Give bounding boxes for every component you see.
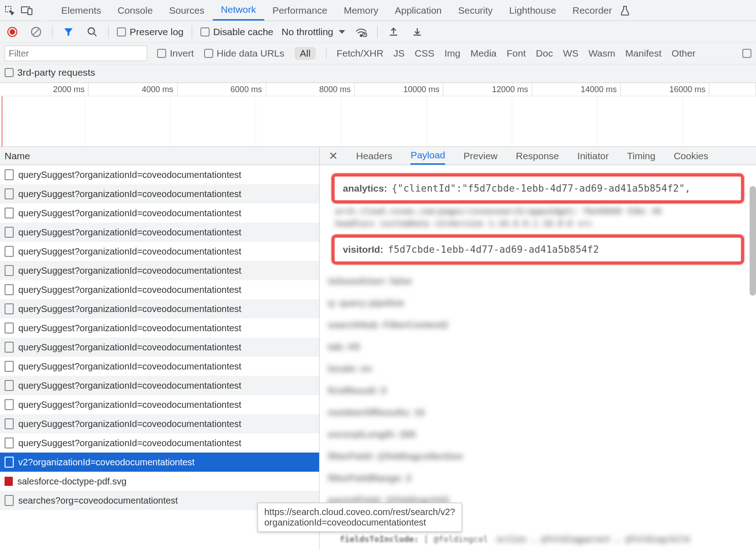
filter-toggle-icon[interactable] (61, 24, 76, 40)
panel-tab-network[interactable]: Network (213, 0, 264, 21)
document-icon (5, 266, 14, 275)
request-list: Name querySuggest?organizationId=coveodo… (0, 147, 320, 549)
request-name: salesforce-doctype-pdf.svg (17, 476, 126, 487)
request-name: querySuggest?organizationId=coveodocumen… (18, 189, 242, 199)
request-list-header[interactable]: Name (0, 147, 319, 165)
device-toggle-icon[interactable] (19, 3, 35, 18)
clear-button[interactable] (28, 24, 44, 40)
request-name: querySuggest?organizationId=coveodocumen… (18, 342, 242, 353)
request-row[interactable]: querySuggest?organizationId=coveodocumen… (0, 280, 319, 299)
document-icon (5, 208, 14, 218)
highlighted-analytics-row: analytics: {"clientId":"f5d7cbde-1ebb-4d… (331, 173, 744, 203)
filter-type-font[interactable]: Font (507, 48, 526, 59)
request-name: querySuggest?organizationId=coveodocumen… (18, 170, 242, 180)
panel-tab-application[interactable]: Application (387, 0, 450, 21)
preserve-log-label: Preserve log (130, 26, 184, 37)
request-row[interactable]: querySuggest?organizationId=coveodocumen… (0, 376, 319, 395)
analytics-key: analytics: (343, 183, 387, 194)
disable-cache-checkbox[interactable]: Disable cache (200, 26, 273, 37)
panel-tab-console[interactable]: Console (110, 0, 161, 21)
timeline-tick: 2000 ms (0, 83, 89, 96)
hide-data-urls-checkbox[interactable]: Hide data URLs (204, 48, 284, 59)
document-icon (5, 304, 14, 313)
request-row[interactable]: querySuggest?organizationId=coveodocumen… (0, 338, 319, 357)
panel-tab-recorder[interactable]: Recorder (564, 0, 620, 21)
network-conditions-icon[interactable] (353, 24, 369, 40)
export-har-icon[interactable] (410, 24, 425, 40)
chevron-down-icon (339, 30, 345, 34)
pdf-file-icon (5, 477, 13, 486)
request-name: querySuggest?organizationId=coveodocumen… (18, 419, 242, 429)
network-filter-bar: Invert Hide data URLs AllFetch/XHRJSCSSI… (0, 43, 756, 64)
detail-tab-initiator[interactable]: Initiator (578, 147, 609, 165)
panel-tab-performance[interactable]: Performance (264, 0, 336, 21)
request-row[interactable]: querySuggest?organizationId=coveodocumen… (0, 357, 319, 376)
request-row[interactable]: querySuggest?organizationId=coveodocumen… (0, 395, 319, 414)
request-row[interactable]: querySuggest?organizationId=coveodocumen… (0, 433, 319, 453)
panel-tab-lighthouse[interactable]: Lighthouse (501, 0, 564, 21)
preserve-log-checkbox[interactable]: Preserve log (117, 26, 184, 37)
panel-tab-sources[interactable]: Sources (161, 0, 213, 21)
request-name: v2?organizationId=coveodocumentationtest (18, 457, 194, 468)
detail-tabs: ✕ HeadersPayloadPreviewResponseInitiator… (320, 147, 756, 165)
trailing-checkbox[interactable] (742, 49, 751, 58)
search-icon[interactable] (84, 24, 100, 40)
filter-input[interactable] (5, 46, 147, 61)
request-name: querySuggest?organizationId=coveodocumen… (18, 323, 242, 333)
detail-tab-preview[interactable]: Preview (463, 147, 498, 165)
filter-type-wasm[interactable]: Wasm (588, 48, 615, 59)
request-name: querySuggest?organizationId=coveodocumen… (18, 208, 242, 219)
request-row[interactable]: querySuggest?organizationId=coveodocumen… (0, 414, 319, 433)
highlighted-visitorid-row: visitorId: f5d7cbde-1ebb-4d77-ad69-ad41a… (331, 234, 744, 265)
filter-type-js[interactable]: JS (394, 48, 405, 59)
request-row[interactable]: querySuggest?organizationId=coveodocumen… (0, 203, 319, 223)
request-row[interactable]: salesforce-doctype-pdf.svg (0, 472, 319, 491)
record-button[interactable] (5, 24, 20, 40)
request-row[interactable]: querySuggest?organizationId=coveodocumen… (0, 242, 319, 261)
filter-type-fetchxhr[interactable]: Fetch/XHR (336, 48, 383, 59)
invert-checkbox[interactable]: Invert (157, 48, 194, 59)
detail-tab-headers[interactable]: Headers (356, 147, 392, 165)
request-row[interactable]: querySuggest?organizationId=coveodocumen… (0, 184, 319, 203)
import-har-icon[interactable] (386, 24, 401, 40)
detail-tab-timing[interactable]: Timing (627, 147, 655, 165)
panel-tab-elements[interactable]: Elements (53, 0, 110, 21)
detail-tab-payload[interactable]: Payload (410, 147, 445, 165)
filter-type-doc[interactable]: Doc (536, 48, 553, 59)
scrollbar[interactable] (750, 186, 756, 296)
request-row[interactable]: querySuggest?organizationId=coveodocumen… (0, 223, 319, 242)
timeline-tick: 10000 ms (355, 83, 443, 96)
request-name: querySuggest?organizationId=coveodocumen… (18, 380, 242, 391)
filter-type-other[interactable]: Other (672, 48, 696, 59)
detail-tab-cookies[interactable]: Cookies (674, 147, 709, 165)
network-timeline[interactable]: 2000 ms4000 ms6000 ms8000 ms10000 ms1200… (0, 83, 756, 147)
detail-tab-response[interactable]: Response (516, 147, 559, 165)
document-icon (5, 189, 14, 198)
visitorid-key: visitorId: (343, 244, 383, 255)
request-row[interactable]: querySuggest?organizationId=coveodocumen… (0, 165, 319, 184)
request-name: querySuggest?organizationId=coveodocumen… (18, 266, 242, 276)
inspect-element-icon[interactable] (2, 3, 17, 18)
request-row[interactable]: v2?organizationId=coveodocumentationtest (0, 453, 319, 472)
timeline-tick: 14000 ms (532, 83, 621, 96)
devtools-panel-tabs: ElementsConsoleSourcesNetworkPerformance… (0, 0, 756, 21)
request-name: querySuggest?organizationId=coveodocumen… (18, 246, 242, 257)
throttling-value: No throttling (282, 26, 333, 37)
filter-type-img[interactable]: Img (445, 48, 461, 59)
timeline-tick: 6000 ms (178, 83, 266, 96)
document-icon (5, 438, 14, 448)
third-party-checkbox[interactable]: 3rd-party requests (5, 67, 95, 78)
filter-type-media[interactable]: Media (471, 48, 497, 59)
panel-tab-memory[interactable]: Memory (336, 0, 387, 21)
throttling-select[interactable]: No throttling (282, 26, 345, 37)
filter-type-all[interactable]: All (294, 47, 316, 60)
request-row[interactable]: querySuggest?organizationId=coveodocumen… (0, 261, 319, 280)
panel-tab-security[interactable]: Security (450, 0, 501, 21)
request-row[interactable]: querySuggest?organizationId=coveodocumen… (0, 299, 319, 318)
document-icon (5, 362, 14, 371)
filter-type-css[interactable]: CSS (415, 48, 434, 59)
request-row[interactable]: querySuggest?organizationId=coveodocumen… (0, 318, 319, 338)
close-icon[interactable]: ✕ (326, 150, 341, 162)
filter-type-ws[interactable]: WS (563, 48, 578, 59)
filter-type-manifest[interactable]: Manifest (625, 48, 662, 59)
